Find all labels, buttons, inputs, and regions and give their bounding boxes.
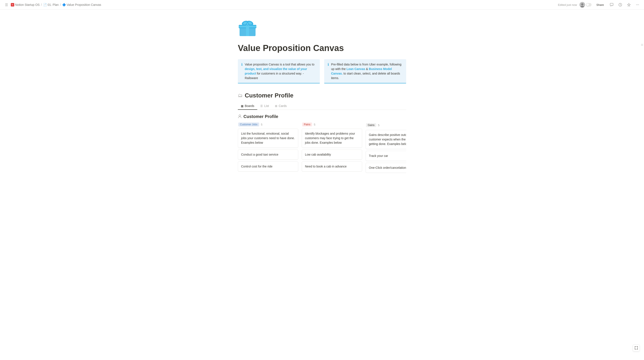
cards-tab-label: Cards — [278, 104, 286, 108]
boards-tab-icon: ▦ — [241, 104, 244, 108]
boards-tab-label: Boards — [245, 104, 254, 108]
header-actions: Edited just now Share — [558, 2, 640, 8]
breadcrumb-item-startup-os[interactable]: N Notion Startup OS — [11, 3, 40, 7]
column-customer-jobs: Customer Jobs 5 List the functional, emo… — [238, 122, 298, 173]
column-count-gains: 5 — [378, 124, 380, 127]
column-header-pains: Pains 5 — [302, 122, 362, 126]
breadcrumb-label-startup-os: Notion Startup OS — [15, 3, 40, 7]
info-text-right: Pre-filled data below is from Uber examp… — [331, 62, 403, 80]
column-count-pains: 5 — [314, 123, 315, 126]
info-box-left: ℹ Value proposition Canvas is a tool tha… — [238, 59, 320, 83]
kanban-card[interactable]: Track your car — [366, 151, 406, 161]
board-person-icon — [238, 114, 242, 119]
info-icon-right: ℹ — [328, 62, 329, 67]
breadcrumb-item-plan[interactable]: 📄 01. Plan — [43, 3, 59, 7]
toggle-button[interactable] — [586, 3, 592, 7]
svg-point-7 — [638, 5, 639, 5]
info-bold-text: design, test, and visualize the value of… — [245, 67, 307, 75]
view-tabs: ▦ Boards ☰ List ⊞ Cards — [238, 102, 406, 110]
more-options-icon[interactable] — [634, 2, 640, 8]
kanban-card[interactable]: List the functional, emotional, social j… — [238, 129, 298, 148]
list-tab-icon: ☰ — [260, 104, 263, 108]
column-count-jobs: 5 — [261, 123, 262, 126]
board-title: Customer Profile — [244, 114, 278, 119]
star-icon[interactable] — [626, 2, 632, 8]
column-tag-jobs: Customer Jobs — [238, 122, 259, 126]
kanban-card[interactable]: Need to book a cab in advance — [302, 161, 362, 171]
cards-tab-icon: ⊞ — [275, 104, 277, 108]
gift-icon-svg — [238, 18, 257, 38]
breadcrumb-sep-2: / — [60, 3, 61, 7]
breadcrumb-label-vpc: Value Proposition Canvas — [67, 3, 101, 7]
kanban-card[interactable]: Conduct a good taxi service — [238, 149, 298, 160]
svg-rect-3 — [610, 3, 613, 6]
info-box-right: ℹ Pre-filled data below is from Uber exa… — [324, 59, 406, 83]
startup-os-icon: N — [11, 3, 14, 7]
column-pains: Pains 5 Identify blockages and problems … — [302, 122, 362, 173]
section-header: 🗂 Customer Profile — [238, 92, 406, 99]
plan-icon: 📄 — [43, 3, 47, 7]
minimap-line — [641, 45, 643, 46]
kanban-card[interactable]: Control cost for the ride — [238, 161, 298, 171]
kanban-card[interactable]: Identify blockages and problems your cus… — [302, 129, 362, 148]
kanban-card[interactable]: Low cab availability — [302, 149, 362, 160]
menu-icon[interactable]: ☰ — [4, 2, 10, 8]
scroll-minimap — [640, 43, 644, 47]
kanban-board: Customer Jobs 5 List the functional, emo… — [238, 122, 406, 174]
breadcrumb-nav: ☰ N Notion Startup OS / 📄 01. Plan / 🔷 V… — [4, 2, 101, 8]
edited-timestamp: Edited just now — [558, 3, 577, 7]
history-icon[interactable] — [617, 2, 623, 8]
breadcrumb-item-vpc[interactable]: 🔷 Value Proposition Canvas — [62, 3, 101, 7]
comment-icon[interactable] — [608, 2, 615, 8]
kanban-card[interactable]: One-Click order/cancelation — [366, 163, 406, 173]
board-subheader: Customer Profile — [238, 114, 406, 119]
svg-point-18 — [239, 115, 241, 116]
top-header: ☰ N Notion Startup OS / 📄 01. Plan / 🔷 V… — [0, 0, 644, 10]
avatar-group[interactable] — [580, 2, 592, 8]
vpc-icon: 🔷 — [62, 3, 66, 7]
lean-canvas-link[interactable]: Lean Canvas — [346, 67, 365, 71]
info-boxes: ℹ Value proposition Canvas is a tool tha… — [238, 59, 406, 83]
page-icon — [238, 18, 406, 39]
svg-point-5 — [636, 5, 637, 5]
customer-profile-section: 🗂 Customer Profile ▦ Boards ☰ List ⊞ Car… — [238, 92, 406, 174]
minimap-line — [641, 44, 643, 45]
share-button[interactable]: Share — [594, 2, 606, 7]
breadcrumb-label-plan: 01. Plan — [48, 3, 59, 7]
column-tag-pains: Pains — [302, 122, 312, 126]
info-text-left: Value proposition Canvas is a tool that … — [245, 62, 316, 80]
info-icon-left: ℹ — [241, 62, 242, 67]
page-title: Value Proposition Canvas — [238, 43, 406, 53]
svg-rect-11 — [239, 26, 256, 28]
column-header-gains: Gains 5 + — [366, 122, 406, 128]
tab-boards[interactable]: ▦ Boards — [238, 102, 257, 110]
svg-point-1 — [581, 3, 583, 6]
section-title: Customer Profile — [245, 92, 294, 99]
tab-list[interactable]: ☰ List — [257, 102, 272, 110]
section-icon: 🗂 — [238, 93, 242, 98]
column-header-jobs: Customer Jobs 5 — [238, 122, 298, 126]
svg-point-17 — [247, 23, 248, 25]
avatar — [580, 2, 585, 8]
svg-point-6 — [637, 5, 638, 5]
breadcrumb-sep-1: / — [41, 3, 42, 7]
column-tag-gains: Gains — [366, 123, 376, 127]
kanban-card[interactable]: Gains describe positive outcomes the cus… — [366, 130, 406, 149]
list-tab-label: List — [264, 104, 269, 108]
tab-cards[interactable]: ⊞ Cards — [272, 102, 290, 110]
main-content: Value Proposition Canvas ℹ Value proposi… — [225, 10, 419, 192]
column-gains: Gains 5 + Gains describe positive outcom… — [366, 122, 406, 174]
